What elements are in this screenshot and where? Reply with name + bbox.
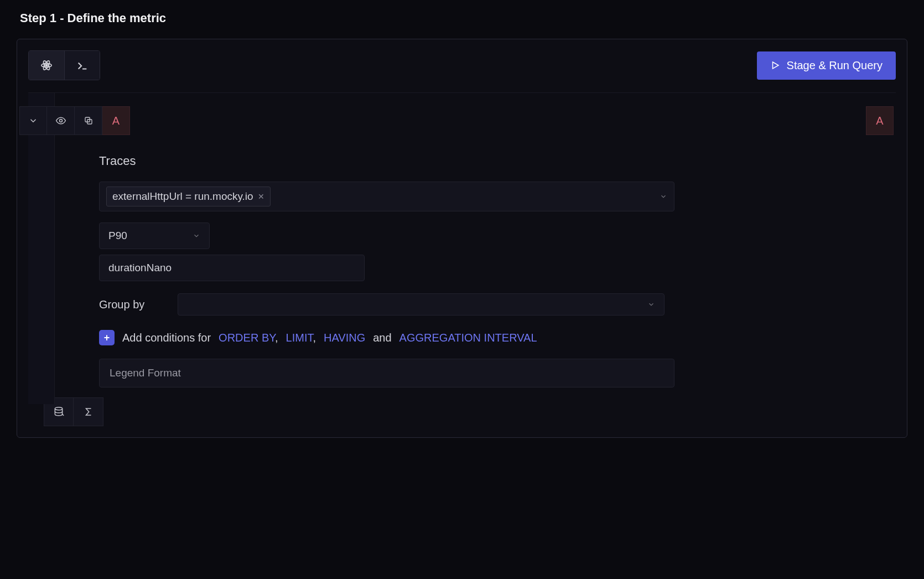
query-body: A A Traces externalHttpUrl = run.mocky.i…	[28, 92, 896, 404]
conditions-row: + Add conditions for ORDER BY, LIMIT, HA…	[99, 330, 863, 345]
toggle-visibility-button[interactable]	[47, 106, 75, 135]
svg-marker-5	[772, 62, 778, 69]
panel-toolbar: Stage & Run Query	[28, 50, 896, 80]
close-icon[interactable]: ✕	[258, 192, 264, 201]
group-by-label: Group by	[99, 298, 148, 311]
group-by-select[interactable]	[178, 293, 665, 316]
filter-input[interactable]: externalHttpUrl = run.mocky.io ✕	[99, 182, 674, 211]
metric-panel: Stage & Run Query	[17, 39, 907, 438]
terminal-icon	[76, 59, 89, 71]
collapse-query-button[interactable]	[19, 106, 47, 135]
and-text: and	[373, 332, 391, 344]
query-action-strip: A	[19, 106, 130, 135]
play-icon	[770, 60, 780, 70]
query-label-left: A	[102, 106, 130, 135]
aggregation-select[interactable]: P90	[99, 223, 210, 249]
duplicate-query-button[interactable]	[75, 106, 102, 135]
page-title: Step 1 - Define the metric	[20, 11, 907, 25]
mode-toggle	[28, 50, 100, 80]
code-mode-button[interactable]	[64, 51, 100, 80]
order-by-link[interactable]: ORDER BY	[219, 332, 275, 344]
query-content: Traces externalHttpUrl = run.mocky.io ✕ …	[55, 93, 896, 404]
filter-chip[interactable]: externalHttpUrl = run.mocky.io ✕	[106, 187, 271, 206]
builder-mode-button[interactable]	[29, 51, 64, 80]
aggregation-value: P90	[108, 230, 127, 242]
chevron-down-icon	[193, 232, 200, 240]
sigma-icon	[84, 407, 94, 417]
run-button-label: Stage & Run Query	[787, 59, 883, 72]
copy-icon	[84, 116, 94, 126]
legend-placeholder: Legend Format	[110, 367, 181, 379]
sep: ,	[313, 332, 316, 344]
group-by-row: Group by	[99, 293, 863, 316]
chevron-down-icon	[647, 301, 655, 308]
chevron-down-icon	[660, 193, 667, 200]
agg-interval-link[interactable]: AGGREGATION INTERVAL	[399, 332, 537, 344]
database-icon	[53, 406, 64, 417]
svg-point-9	[55, 407, 62, 410]
filter-chip-text: externalHttpUrl = run.mocky.io	[112, 190, 253, 203]
metric-field-value: durationNano	[108, 262, 172, 273]
eye-icon	[55, 115, 66, 126]
query-gutter	[28, 93, 55, 404]
chevron-down-icon	[28, 116, 38, 126]
data-source-label: Traces	[99, 154, 863, 168]
svg-point-0	[45, 64, 48, 66]
query-label-right: A	[866, 106, 894, 135]
stage-run-query-button[interactable]: Stage & Run Query	[757, 51, 896, 80]
limit-link[interactable]: LIMIT	[286, 332, 313, 344]
svg-point-6	[59, 120, 62, 122]
having-link[interactable]: HAVING	[324, 332, 365, 344]
legend-format-input[interactable]: Legend Format	[99, 359, 674, 387]
add-conditions-button[interactable]: +	[99, 330, 115, 345]
atom-icon	[40, 59, 53, 71]
sep: ,	[275, 332, 278, 344]
metric-field-input[interactable]: durationNano	[99, 255, 365, 281]
conditions-prefix: Add conditions for	[122, 332, 211, 344]
